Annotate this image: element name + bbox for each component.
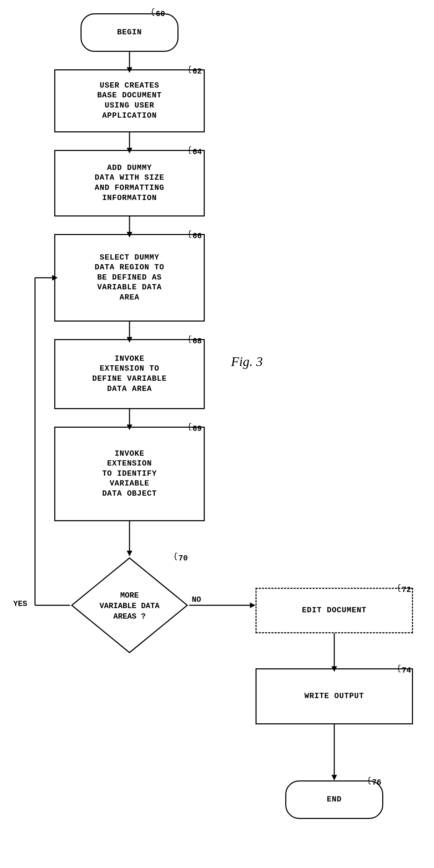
fig-label: Fig. 3 — [231, 354, 263, 369]
svg-text:AREAS ?: AREAS ? — [113, 612, 146, 621]
brace-62: { — [187, 65, 192, 74]
step66-node: SELECT DUMMY DATA REGION TO BE DEFINED A… — [54, 234, 205, 322]
brace-66: { — [187, 230, 192, 239]
ref-66: 66 — [192, 232, 202, 241]
svg-marker-11 — [127, 551, 132, 556]
svg-text:VARIABLE DATA: VARIABLE DATA — [99, 602, 160, 611]
svg-marker-21 — [331, 775, 337, 780]
ref-68: 68 — [192, 337, 202, 346]
brace-69: { — [187, 422, 192, 431]
ref-64: 64 — [192, 148, 202, 157]
flowchart-diagram: BEGIN 60 { USER CREATES BASE DOCUMENT US… — [0, 0, 434, 868]
ref-69: 69 — [192, 425, 202, 433]
brace-76: { — [367, 776, 371, 785]
step64-node: ADD DUMMY DATA WITH SIZE AND FORMATTING … — [54, 150, 205, 216]
brace-70: { — [173, 552, 178, 561]
ref-70: 70 — [178, 554, 188, 563]
step69-node: INVOKE EXTENSION TO IDENTIFY VARIABLE DA… — [54, 427, 205, 521]
no-label: NO — [192, 595, 201, 604]
ref-72: 72 — [402, 586, 411, 594]
step68-node: INVOKE EXTENSION TO DEFINE VARIABLE DATA… — [54, 339, 205, 409]
brace-68: { — [187, 335, 192, 344]
ref-62: 62 — [192, 67, 202, 76]
brace-72: { — [397, 584, 401, 592]
diamond-svg: MORE VARIABLE DATA AREAS ? — [70, 556, 189, 654]
yes-label: YES — [13, 600, 27, 608]
step74-node: WRITE OUTPUT — [255, 668, 413, 724]
ref-76: 76 — [372, 778, 381, 787]
step62-node: USER CREATES BASE DOCUMENT USING USER AP… — [54, 69, 205, 132]
ref-60: 60 — [156, 10, 165, 19]
step70-diamond: MORE VARIABLE DATA AREAS ? — [70, 556, 189, 654]
svg-marker-17 — [250, 602, 255, 608]
svg-text:MORE: MORE — [120, 591, 139, 600]
brace-64: { — [187, 146, 192, 154]
begin-node: BEGIN — [80, 13, 178, 52]
end-node: END — [285, 780, 383, 819]
brace-74: { — [397, 664, 401, 673]
ref-74: 74 — [402, 666, 411, 675]
step72-node: EDIT DOCUMENT — [255, 588, 413, 633]
brace-60: { — [150, 8, 155, 16]
